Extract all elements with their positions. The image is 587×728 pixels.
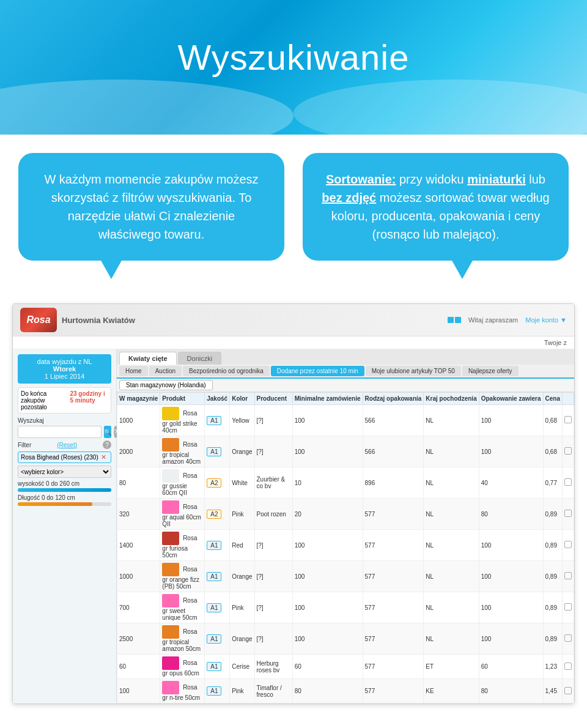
filter-question[interactable]: ? <box>103 440 111 449</box>
welcome-text: Witaj zapraszam <box>468 316 518 324</box>
cell-package-type: 577 <box>363 499 424 530</box>
cell-color: Red <box>230 530 254 561</box>
table-row: 100 Rosa gr n-tire 50cm A1 Pink Timaflor… <box>117 679 574 704</box>
cell-package-qty: 80 <box>479 499 543 530</box>
cell-quality: A1 <box>205 679 230 704</box>
cell-package-qty: 40 <box>479 467 543 499</box>
cell-package-type: 577 <box>363 592 424 623</box>
col-min-order: Minimalne zamówienie <box>292 393 363 405</box>
top-banner-text: Twoje z <box>544 339 567 346</box>
sub-tab-row: Stan magazynowy (Holandia) <box>117 379 574 392</box>
cell-qty: 1000 <box>117 405 160 436</box>
cell-package-type: 577 <box>363 655 424 679</box>
color-select[interactable]: <wybierz kolor> <box>18 466 111 478</box>
table-row: 320 Rosa gr aqual 60cm QII A2 Pink Poot … <box>117 499 574 530</box>
shop-nav-right: Witaj zapraszam Moje konto ▼ <box>448 316 567 324</box>
cell-package-qty: 100 <box>479 530 543 561</box>
col-producer: Producent <box>254 393 292 405</box>
cell-product: Rosa gr aqual 60cm QII <box>160 499 205 530</box>
filter-reset[interactable]: (Reset) <box>57 442 77 448</box>
cell-package-qty: 100 <box>479 592 543 623</box>
content-section: W każdym momencie zakupów możesz skorzys… <box>0 135 587 267</box>
account-menu[interactable]: Moje konto ▼ <box>525 316 567 324</box>
nav-best[interactable]: Najlepsze oferty <box>462 366 519 376</box>
cell-color: Cerise <box>230 655 254 679</box>
tab-row-2: Home Auction Bezpośrednio od ogrodnika D… <box>117 365 574 379</box>
product-table: W magazynie Produkt Jakość Kolor Produce… <box>117 392 574 704</box>
nav-fav[interactable]: Moje ulubione artykuły TOP 50 <box>366 366 461 376</box>
filter-label: Filter <box>18 442 31 448</box>
bubble-right-bezzdjec: bez zdjęć <box>322 191 376 204</box>
search-input[interactable] <box>18 426 102 438</box>
cell-price: 1,45 <box>543 679 562 704</box>
bubble-right-lub: lub <box>529 173 545 186</box>
cell-checkbox[interactable] <box>562 561 574 592</box>
cell-package-qty: 100 <box>479 623 543 655</box>
cell-country: NL <box>424 530 479 561</box>
cell-qty: 320 <box>117 499 160 530</box>
cell-checkbox[interactable] <box>562 592 574 623</box>
cell-min-order: 10 <box>292 467 363 499</box>
cell-checkbox[interactable] <box>562 436 574 467</box>
cell-package-qty: 100 <box>479 436 543 467</box>
table-row: 1400 Rosa gr furiosa 50cm A1 Red [?] 100… <box>117 530 574 561</box>
cell-producer: [?] <box>254 530 292 561</box>
cell-qty: 1000 <box>117 561 160 592</box>
cell-checkbox[interactable] <box>562 623 574 655</box>
cell-checkbox[interactable] <box>562 655 574 679</box>
cell-min-order: 100 <box>292 561 363 592</box>
search-label: Wyszukaj <box>18 417 111 424</box>
col-color: Kolor <box>230 393 254 405</box>
cell-package-qty: 100 <box>479 405 543 436</box>
nav-auction[interactable]: Auction <box>149 366 182 376</box>
bubble-right-prefix: Sortowanie: <box>326 173 396 186</box>
cell-product: Rosa gr tropical amazon 40cm <box>160 436 205 467</box>
cell-country: KE <box>424 679 479 704</box>
table-row: 80 Rosa gr gussie 60cm QII A2 White Zuur… <box>117 467 574 499</box>
cell-country: NL <box>424 592 479 623</box>
cell-qty: 700 <box>117 592 160 623</box>
filter-tag-close[interactable]: ✕ <box>101 453 106 461</box>
nav-recent[interactable]: Dodane przez ostatnie 10 min <box>271 366 364 376</box>
shop-name: Hurtownia Kwiatów <box>62 316 135 325</box>
cell-country: ET <box>424 655 479 679</box>
cell-producer: [?] <box>254 405 292 436</box>
page-title: Wyszukiwanie <box>0 0 587 78</box>
tab-kwiaty[interactable]: Kwiaty cięte <box>119 352 177 365</box>
sub-tab-stock[interactable]: Stan magazynowy (Holandia) <box>119 380 213 390</box>
cell-color: Orange <box>230 561 254 592</box>
cell-country: NL <box>424 467 479 499</box>
date-label: data wyjazdu z NL <box>20 358 109 365</box>
col-price: Cena <box>543 393 562 405</box>
height-slider[interactable] <box>18 488 111 492</box>
cell-product: Rosa gr opus 60cm <box>160 655 205 679</box>
cell-price: 0,89 <box>543 530 562 561</box>
cell-price: 0,89 <box>543 561 562 592</box>
shop-logo: Rosa Hurtownia Kwiatów <box>20 308 135 332</box>
logo-image: Rosa <box>20 308 57 332</box>
col-package-type: Rodzaj opakowania <box>363 393 424 405</box>
cell-checkbox[interactable] <box>562 405 574 436</box>
length-slider[interactable] <box>18 502 111 506</box>
tab-doniczki[interactable]: Doniczki <box>178 352 222 365</box>
countdown-value: 23 godziny i 5 minuty <box>70 390 108 410</box>
cell-package-type: 577 <box>363 530 424 561</box>
cell-package-qty: 60 <box>479 655 543 679</box>
cell-price: 0,68 <box>543 405 562 436</box>
cell-min-order: 100 <box>292 436 363 467</box>
search-button[interactable]: 🔍 <box>104 426 111 438</box>
cell-min-order: 80 <box>292 679 363 704</box>
bubble-left-text: W każdym momencie zakupów możesz skorzys… <box>44 173 258 241</box>
cell-checkbox[interactable] <box>562 499 574 530</box>
nav-home[interactable]: Home <box>119 366 148 376</box>
cell-checkbox[interactable] <box>562 679 574 704</box>
table-row: 2000 Rosa gr tropical amazon 40cm A1 Ora… <box>117 436 574 467</box>
sidebar-search-section: Wyszukaj 🔍 ? Filter (Reset) ? Rosa Bighe… <box>18 417 111 506</box>
cell-checkbox[interactable] <box>562 530 574 561</box>
cell-price: 0,89 <box>543 499 562 530</box>
nav-direct[interactable]: Bezpośrednio od ogrodnika <box>183 366 270 376</box>
cell-checkbox[interactable] <box>562 467 574 499</box>
cell-product: Rosa gr gold strike 40cm <box>160 405 205 436</box>
grid-view-icon[interactable] <box>448 317 461 323</box>
length-label: Długość 0 do 120 cm <box>18 494 111 501</box>
